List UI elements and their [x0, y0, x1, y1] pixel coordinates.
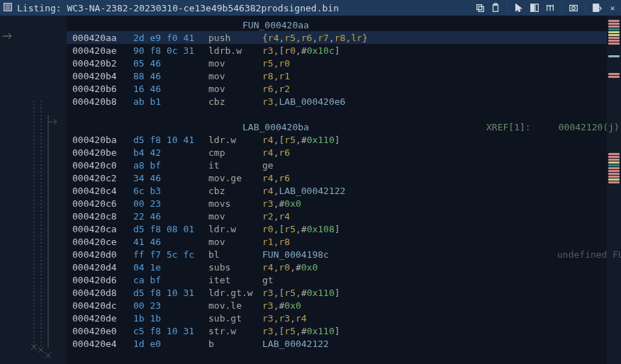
- listing-view[interactable]: FUN_000420aa000420aa2d e9 f0 41push{r4,r…: [67, 16, 607, 364]
- minimap-mark: [608, 42, 620, 45]
- mnemonic: cbz: [208, 186, 262, 196]
- bytes: 1b 1b: [133, 313, 208, 324]
- listing-row[interactable]: 000420b8ab b1 cbzr3,LAB_000420e6: [67, 95, 607, 108]
- minimap-mark: [608, 173, 620, 175]
- listing-row[interactable]: 000420c0a8 bf itge: [67, 159, 607, 171]
- listing-row[interactable]: 000420d404 1e subsr4,r0,#0x0: [67, 261, 607, 273]
- mnemonic: mov.ge: [208, 173, 262, 183]
- side-comment: undefined FUN_0: [557, 249, 621, 260]
- operands: r4,r6: [262, 147, 290, 158]
- svg-rect-9: [535, 4, 538, 12]
- mnemonic: subs: [208, 262, 262, 273]
- address: 000420d8: [72, 288, 133, 298]
- listing-row[interactable]: 000420cad5 f8 08 01ldr.wr0,[r5,#0x108]: [67, 222, 607, 235]
- listing-row[interactable]: FUN_000420aa: [67, 18, 607, 31]
- address: 000420b6: [72, 84, 133, 94]
- minimap-mark: [608, 170, 620, 172]
- listing-row[interactable]: 000420c822 46 movr2,r4: [67, 210, 607, 222]
- entry-arrow-icon: [3, 31, 13, 38]
- listing-row[interactable]: 000420d6ca bf itetgt: [67, 273, 607, 286]
- overview-ruler[interactable]: [607, 16, 621, 364]
- address: 000420ba: [72, 135, 133, 145]
- menu-icon[interactable]: [591, 2, 603, 13]
- operands: r0,[r5,#0x108]: [262, 224, 340, 234]
- cursor-icon[interactable]: [513, 2, 525, 13]
- function-header: FUN_000420aa: [72, 20, 309, 30]
- minimap-mark: [608, 31, 620, 33]
- bytes: 22 46: [133, 211, 208, 222]
- bytes: 00 23: [133, 198, 208, 209]
- mnemonic: mov: [208, 71, 262, 81]
- listing-row[interactable]: 000420c600 23 movsr3,#0x0: [67, 197, 607, 210]
- listing-row[interactable]: 000420aa2d e9 f0 41push{r4,r5,r6,r7,r8,l…: [67, 31, 607, 44]
- copy-icon[interactable]: [474, 2, 486, 13]
- operands: r3,r3,r4: [262, 313, 307, 324]
- bytes: 1d e0: [133, 339, 208, 349]
- address: 000420e4: [72, 339, 133, 349]
- separator: [585, 3, 586, 13]
- operands: LAB_00042122: [262, 339, 329, 349]
- close-icon[interactable]: ✕: [607, 2, 618, 13]
- fields-icon[interactable]: [544, 2, 556, 13]
- toggle-panel-icon[interactable]: [529, 2, 540, 13]
- window-title: Listing: WC3-NA-2382-20230310-ce13e49b54…: [17, 3, 470, 13]
- operands: r4,r6: [262, 173, 290, 183]
- listing-row[interactable]: 000420dc00 23 mov.ler3,#0x0: [67, 299, 607, 312]
- minimap-mark: [608, 23, 620, 25]
- listing-row[interactable]: 000420ce41 46 movr1,r8: [67, 235, 607, 248]
- minimap-mark: [608, 40, 620, 42]
- bytes: 00 23: [133, 300, 208, 311]
- listing-row[interactable]: 000420de1b 1b sub.gtr3,r3,r4: [67, 312, 607, 324]
- mnemonic: sub.gt: [208, 313, 262, 324]
- mnemonic: ldr.w: [208, 224, 262, 234]
- operands: r3,LAB_000420e6: [262, 96, 345, 107]
- listing-row[interactable]: 000420ae90 f8 0c 31ldrb.wr3,[r0,#0x10c]: [67, 44, 607, 57]
- operands: r8,r1: [262, 71, 290, 81]
- minimap-mark: [608, 25, 620, 28]
- listing-row[interactable]: 000420e0c5 f8 10 31str.wr3,[r5,#0x110]: [67, 324, 607, 337]
- listing-row[interactable]: 000420c46c b3 cbzr4,LAB_00042122: [67, 184, 607, 197]
- operands: r4,r0,#0x0: [262, 262, 318, 273]
- address: 000420c4: [72, 186, 133, 196]
- separator: [561, 3, 562, 13]
- minimap-mark: [608, 138, 620, 142]
- snapshot-icon[interactable]: [568, 2, 579, 13]
- mnemonic: str.w: [208, 326, 262, 336]
- minimap-mark: [608, 167, 620, 169]
- listing-row[interactable]: LAB_000420baXREF[1]: 00042120(j): [67, 120, 607, 133]
- mnemonic: mov: [208, 58, 262, 69]
- operands: r2,r4: [262, 211, 290, 222]
- mnemonic: itet: [208, 275, 262, 285]
- minimap-mark: [608, 84, 620, 88]
- xref[interactable]: XREF[1]: 00042120(j): [486, 122, 620, 132]
- listing-row[interactable]: 000420d0ff f7 5c fcblFUN_0004198cundefin…: [67, 248, 607, 261]
- mnemonic: mov: [208, 211, 262, 222]
- bytes: 90 f8 0c 31: [133, 45, 208, 56]
- minimap-mark: [608, 178, 620, 181]
- listing-row[interactable]: [67, 108, 607, 120]
- address: 000420b8: [72, 96, 133, 107]
- bytes: 41 46: [133, 237, 208, 247]
- listing-row[interactable]: 000420bad5 f8 10 41ldr.wr4,[r5,#0x110]: [67, 133, 607, 146]
- listing-row[interactable]: 000420beb4 42 cmpr4,r6: [67, 146, 607, 159]
- listing-row[interactable]: 000420b488 46 movr8,r1: [67, 69, 607, 82]
- separator: [507, 3, 508, 13]
- paste-icon[interactable]: [490, 2, 501, 13]
- operands: ge: [262, 160, 274, 171]
- operands: r3,#0x0: [262, 300, 301, 311]
- listing-icon: [3, 2, 13, 14]
- listing-row[interactable]: 000420b616 46 movr6,r2: [67, 82, 607, 95]
- minimap-mark: [608, 79, 620, 83]
- address: 000420c0: [72, 160, 133, 171]
- operands: r4,LAB_00042122: [262, 186, 345, 196]
- listing-row[interactable]: 000420d8d5 f8 10 31ldr.gt.wr3,[r5,#0x110…: [67, 286, 607, 299]
- bytes: 88 46: [133, 71, 208, 81]
- address: 000420d6: [72, 275, 133, 285]
- listing-row[interactable]: 000420c234 46 mov.ger4,r6: [67, 171, 607, 184]
- listing-row[interactable]: 000420e41d e0 bLAB_00042122: [67, 337, 607, 350]
- mnemonic: ldr.gt.w: [208, 288, 262, 298]
- operands: r1,r8: [262, 237, 290, 247]
- mnemonic: it: [208, 160, 262, 171]
- operands: r4,[r5,#0x110]: [262, 135, 340, 145]
- listing-row[interactable]: 000420b205 46 movr5,r0: [67, 57, 607, 69]
